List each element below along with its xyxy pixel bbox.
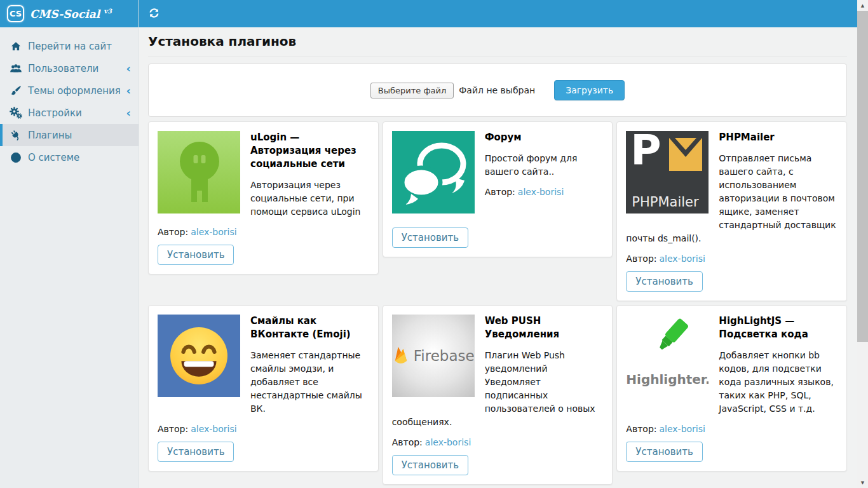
- phpmailer-p-letter: P: [630, 131, 661, 175]
- topbar: [139, 0, 857, 27]
- home-icon: [8, 41, 23, 52]
- sidebar-item-label: Темы оформления: [28, 85, 121, 97]
- plugin-card: Смайлы как ВКонтакте (Emoji) Заменяет ст…: [148, 305, 379, 471]
- plugin-card: Highlighter.js HighLightJS — Подсветка к…: [616, 305, 847, 471]
- install-button[interactable]: Установить: [392, 227, 468, 248]
- install-button[interactable]: Установить: [158, 442, 234, 462]
- author-label: Автор:: [485, 187, 515, 197]
- plugin-card: uLogin — Авторизация через социальные се…: [148, 121, 379, 274]
- upload-button[interactable]: Загрузить: [554, 80, 625, 100]
- install-button[interactable]: Установить: [626, 442, 702, 462]
- paintbrush-icon: [8, 85, 23, 97]
- firebase-artwork: Firebase: [392, 315, 475, 397]
- phpmailer-artwork: P PHPMailer: [626, 131, 709, 214]
- sidebar-item-users[interactable]: Пользователи ‹: [0, 57, 139, 79]
- plugin-author-row: Автор:alex-borisi: [626, 254, 837, 264]
- plug-icon: [8, 130, 23, 141]
- author-link[interactable]: alex-borisi: [191, 227, 236, 237]
- author-label: Автор:: [626, 254, 656, 264]
- plugin-card: Firebase Web PUSH Уведомления Плагин Web…: [383, 305, 613, 485]
- highlighter-wordmark: Highlighter.js: [626, 372, 709, 387]
- install-row: Установить: [392, 220, 604, 248]
- plugin-author-row: Автор:alex-borisi: [626, 424, 837, 434]
- phpmailer-wordmark: PHPMailer: [632, 194, 698, 210]
- users-icon: [8, 63, 23, 74]
- sidebar-item-label: Пользователи: [28, 63, 98, 74]
- sidebar-item-label: Настройки: [28, 107, 82, 119]
- plugin-author-row: Автор:alex-borisi: [158, 227, 369, 237]
- emoji-artwork: [158, 315, 240, 397]
- chevron-left-icon: ‹: [126, 63, 131, 74]
- sidebar-item-plugins[interactable]: Плагины: [0, 124, 139, 146]
- no-file-text: Файл не выбран: [459, 85, 535, 95]
- sidebar-item-label: Перейти на сайт: [28, 41, 112, 52]
- author-label: Автор:: [158, 227, 188, 237]
- author-link[interactable]: alex-borisi: [659, 424, 705, 434]
- gears-icon: [8, 107, 23, 119]
- install-row: Установить: [626, 434, 837, 462]
- plugin-author-row: Автор:alex-borisi: [158, 424, 369, 434]
- phpmailer-m-envelope-icon: [668, 138, 703, 171]
- logo-text: CS: [10, 9, 22, 18]
- main-area: Установка плагинов Выберите файл Файл не…: [139, 0, 857, 488]
- author-link[interactable]: alex-borisi: [659, 254, 705, 264]
- plugin-card: P PHPMailer PHPMailer Отправляет письма …: [616, 121, 847, 301]
- refresh-icon: [149, 8, 159, 20]
- brand-version: v3: [104, 8, 112, 15]
- scroll-down-button[interactable]: ▼: [857, 477, 868, 488]
- author-link[interactable]: alex-borisi: [518, 187, 564, 197]
- forum-chat-icon: [392, 131, 475, 214]
- plugin-grid: uLogin — Авторизация через социальные се…: [148, 121, 847, 488]
- firebase-wordmark: Firebase: [414, 348, 475, 364]
- plugin-card: Форум Простой форум для вашего сайта.. А…: [383, 121, 613, 257]
- install-row: Установить: [626, 264, 837, 292]
- install-row: Установить: [392, 447, 604, 475]
- brand-title: CMS-Social v3: [30, 8, 112, 20]
- author-link[interactable]: alex-borisi: [425, 437, 471, 447]
- firebase-flame-icon: [392, 342, 409, 369]
- install-button[interactable]: Установить: [392, 455, 468, 475]
- content: Установка плагинов Выберите файл Файл не…: [139, 27, 857, 488]
- sidebar-item-about[interactable]: О системе: [0, 146, 139, 168]
- install-button[interactable]: Установить: [626, 271, 702, 292]
- chevron-left-icon: ‹: [126, 107, 131, 119]
- app-screen: CS CMS-Social v3 Перейти на сайт: [0, 0, 868, 488]
- highlighter-artwork: Highlighter.js: [626, 315, 709, 397]
- scroll-up-button[interactable]: ▲: [857, 0, 868, 11]
- author-label: Автор:: [392, 437, 423, 447]
- page-scrollbar[interactable]: ▲ ▼: [857, 0, 868, 488]
- refresh-button[interactable]: [149, 8, 159, 20]
- ulogin-artwork: [158, 131, 240, 214]
- author-link[interactable]: alex-borisi: [191, 424, 236, 434]
- sidebar-item-label: О системе: [28, 152, 79, 163]
- page-title: Установка плагинов: [148, 34, 847, 57]
- app-logo: CS: [7, 5, 24, 22]
- choose-file-button[interactable]: Выберите файл: [370, 83, 454, 98]
- sidebar-item-settings[interactable]: Настройки ‹: [0, 102, 139, 124]
- sidebar-header: CS CMS-Social v3: [0, 0, 139, 27]
- sidebar-item-go-to-site[interactable]: Перейти на сайт: [0, 35, 139, 57]
- sidebar-item-themes[interactable]: Темы оформления ‹: [0, 79, 139, 102]
- sidebar-item-label: Плагины: [28, 130, 72, 141]
- author-label: Автор:: [626, 424, 656, 434]
- install-row: Установить: [158, 434, 369, 462]
- plugin-author-row: Автор:alex-borisi: [392, 437, 604, 447]
- scrollbar-thumb[interactable]: [857, 11, 868, 342]
- install-row: Установить: [158, 237, 369, 265]
- sidebar-nav: Перейти на сайт Пользователи ‹: [0, 27, 139, 168]
- sidebar: CS CMS-Social v3 Перейти на сайт: [0, 0, 139, 488]
- upload-panel: Выберите файл Файл не выбран Загрузить: [148, 64, 847, 117]
- author-label: Автор:: [158, 424, 188, 434]
- laughing-emoji-icon: [169, 326, 229, 386]
- ulogin-figure-icon: [158, 131, 240, 214]
- forum-artwork: [392, 131, 475, 214]
- chevron-left-icon: ‹: [126, 85, 131, 97]
- life-ring-icon: [8, 152, 23, 163]
- install-button[interactable]: Установить: [158, 245, 234, 265]
